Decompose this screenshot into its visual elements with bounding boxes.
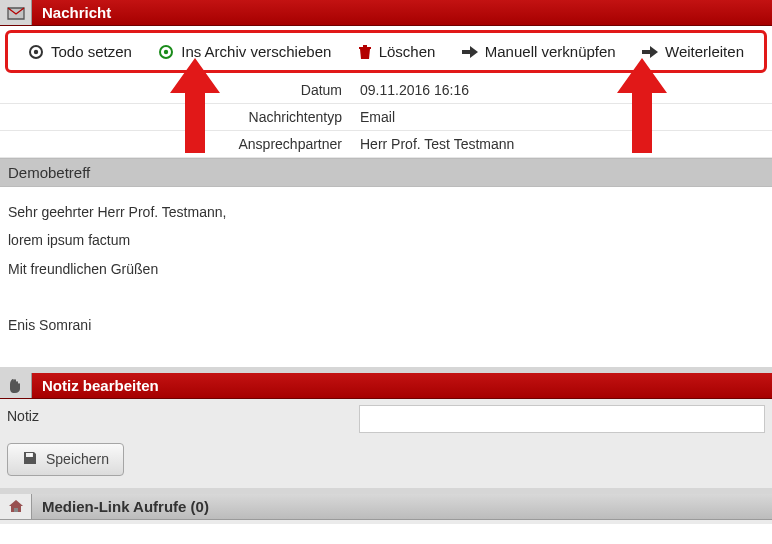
meta-value-type: Email: [352, 104, 772, 130]
meta-row-contact: Ansprechpartner Herr Prof. Test Testmann: [0, 131, 772, 158]
svg-rect-4: [30, 453, 32, 456]
meta-value-contact: Herr Prof. Test Testmann: [352, 131, 772, 157]
arrow-right-icon: [462, 45, 478, 59]
body-greeting: Sehr geehrter Herr Prof. Testmann,: [8, 201, 764, 223]
trash-icon: [358, 44, 372, 60]
meta-row-type: Nachrichtentyp Email: [0, 104, 772, 131]
message-section-header: Nachricht: [0, 0, 772, 26]
note-label: Notiz: [7, 405, 359, 424]
archive-label: Ins Archiv verschieben: [181, 43, 331, 60]
meta-row-date: Datum 09.11.2016 16:16: [0, 77, 772, 104]
meta-label-date: Datum: [0, 77, 352, 103]
radio-icon: [28, 44, 44, 60]
media-section-header: Medien-Link Aufrufe (0): [0, 494, 772, 520]
archive-button[interactable]: Ins Archiv verschieben: [158, 43, 331, 60]
link-label: Manuell verknüpfen: [485, 43, 616, 60]
subject-bar: Demobetreff: [0, 158, 772, 187]
save-button[interactable]: Speichern: [7, 443, 124, 476]
note-section-header: Notiz bearbeiten: [0, 373, 772, 399]
delete-label: Löschen: [379, 43, 436, 60]
media-section-title: Medien-Link Aufrufe (0): [32, 498, 209, 515]
body-closing: Mit freundlichen Grüßen: [8, 258, 764, 280]
message-section-title: Nachricht: [32, 4, 111, 21]
svg-point-1: [34, 49, 38, 53]
forward-button[interactable]: Weiterleiten: [642, 43, 744, 60]
todo-set-button[interactable]: Todo setzen: [28, 43, 132, 60]
meta-table: Datum 09.11.2016 16:16 Nachrichtentyp Em…: [0, 77, 772, 158]
svg-point-3: [164, 49, 168, 53]
meta-label-type: Nachrichtentyp: [0, 104, 352, 130]
note-body: Notiz Speichern: [0, 399, 772, 488]
arrow-right-icon: [642, 45, 658, 59]
toolbar-container: Todo setzen Ins Archiv verschieben Lösch…: [0, 26, 772, 77]
note-input[interactable]: [359, 405, 765, 433]
save-label: Speichern: [46, 451, 109, 467]
mail-icon: [0, 0, 32, 25]
radio-green-icon: [158, 44, 174, 60]
forward-label: Weiterleiten: [665, 43, 744, 60]
hand-icon: [0, 373, 32, 398]
manual-link-button[interactable]: Manuell verknüpfen: [462, 43, 616, 60]
delete-button[interactable]: Löschen: [358, 43, 436, 60]
message-body: Sehr geehrter Herr Prof. Testmann, lorem…: [0, 187, 772, 367]
todo-label: Todo setzen: [51, 43, 132, 60]
body-line1: lorem ipsum factum: [8, 229, 764, 251]
home-icon: [0, 494, 32, 519]
note-section-title: Notiz bearbeiten: [32, 377, 159, 394]
toolbar: Todo setzen Ins Archiv verschieben Lösch…: [5, 30, 767, 73]
save-disk-icon: [22, 450, 38, 469]
meta-value-date: 09.11.2016 16:16: [352, 77, 772, 103]
body-signature: Enis Somrani: [8, 314, 764, 336]
meta-label-contact: Ansprechpartner: [0, 131, 352, 157]
